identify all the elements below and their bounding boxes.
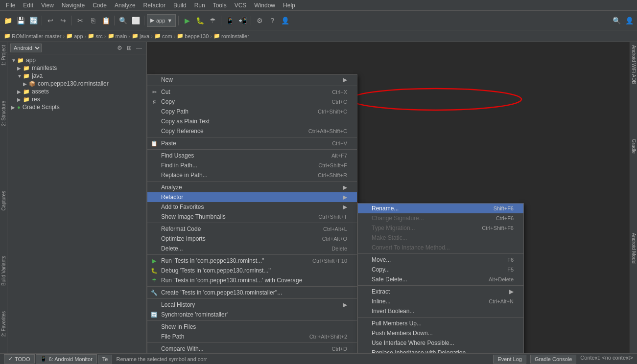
- toolbar-debug-btn[interactable]: 🐛: [194, 15, 206, 26]
- android-wifi-adb-tab[interactable]: Android WiFi ADB: [630, 42, 637, 87]
- toolbar-find-btn[interactable]: 🔍: [117, 15, 129, 26]
- statusbar-todo-tab[interactable]: ✓ TODO: [4, 354, 35, 364]
- panel-collapse-btn[interactable]: —: [135, 44, 143, 52]
- toolbar-replace-btn[interactable]: ⬜: [130, 15, 142, 26]
- menu-synchronize[interactable]: 🔄 Synchronize 'rominstaller': [147, 310, 357, 319]
- menu-image-thumbnails[interactable]: Show Image Thumbnails Ctrl+Shift+T: [147, 212, 357, 222]
- menu-run-tests[interactable]: ▶ Run 'Tests in 'com.peppe130.rominst...…: [147, 256, 357, 266]
- tree-item-app[interactable]: ▼ 📁 app: [7, 56, 146, 64]
- toolbar-user-btn[interactable]: 👤: [623, 15, 635, 26]
- toolbar-device-btn[interactable]: 👤: [279, 15, 291, 26]
- sidebar-captures-tab[interactable]: Captures: [0, 188, 7, 214]
- tree-item-assets[interactable]: ▶ 📁 assets: [7, 88, 146, 95]
- menu-help[interactable]: Help: [279, 1, 299, 10]
- android-model-tab[interactable]: Android Model: [630, 230, 637, 267]
- refactor-inline[interactable]: Inline... Ctrl+Alt+N: [358, 296, 523, 306]
- menu-edit[interactable]: Edit: [19, 1, 37, 10]
- android-selector[interactable]: Android: [10, 44, 42, 52]
- sidebar-favorites-tab[interactable]: 2: Favorites: [0, 308, 7, 340]
- statusbar-event-log-tab[interactable]: Event Log: [493, 355, 526, 364]
- toolbar-undo-btn[interactable]: ↩: [45, 15, 56, 26]
- tree-item-manifests[interactable]: ▶ 📁 manifests: [7, 64, 146, 72]
- menu-file-path[interactable]: File Path Ctrl+Alt+Shift+2: [147, 332, 357, 341]
- refactor-move[interactable]: Move... F6: [358, 255, 523, 265]
- breadcrumb-src[interactable]: 📁 src: [88, 33, 103, 39]
- tree-item-res[interactable]: ▶ 📁 res: [7, 95, 146, 103]
- sidebar-build-variants-tab[interactable]: Build Variants: [0, 253, 7, 289]
- menu-file[interactable]: File: [2, 1, 19, 10]
- menu-replace-in-path[interactable]: Replace in Path... Ctrl+Shift+R: [147, 170, 357, 180]
- toolbar-settings-btn[interactable]: ⚙: [254, 15, 265, 26]
- panel-settings-btn[interactable]: ⚙: [115, 44, 124, 52]
- toolbar-save-btn[interactable]: 💾: [15, 15, 26, 26]
- sidebar-structure-tab[interactable]: 2: Structure: [0, 98, 7, 129]
- toolbar-search-everywhere-btn[interactable]: 🔍: [611, 15, 622, 26]
- menu-code[interactable]: Code: [89, 1, 111, 10]
- menu-run-coverage[interactable]: ☂ Run 'Tests in 'com.peppe130.rominst...…: [147, 275, 357, 285]
- menu-compare-with[interactable]: Compare With... Ctrl+D: [147, 344, 357, 353]
- menu-refactor[interactable]: Refactor ▶: [147, 192, 357, 202]
- statusbar-monitor-tab[interactable]: 📱 6: Android Monitor: [36, 354, 97, 364]
- toolbar-sync-btn[interactable]: 🔄: [27, 15, 39, 26]
- menu-refactor[interactable]: Refactor: [140, 1, 169, 10]
- menu-create-tests[interactable]: 🔧 Create 'Tests in 'com.peppe130.rominst…: [147, 288, 357, 297]
- breadcrumb-main[interactable]: 📁 main: [108, 33, 127, 39]
- menu-paste[interactable]: 📋 Paste Ctrl+V: [147, 138, 357, 148]
- app-selector[interactable]: ▶ app ▼: [147, 14, 176, 27]
- tree-item-gradle[interactable]: ▶ ● Gradle Scripts: [7, 103, 146, 111]
- tree-item-java[interactable]: ▼ 📁 java: [7, 72, 146, 80]
- menu-new[interactable]: New ▶: [147, 75, 357, 85]
- statusbar-gradle-console-tab[interactable]: Gradle Console: [530, 355, 576, 364]
- refactor-copy[interactable]: Copy... F5: [358, 265, 523, 274]
- breadcrumb-java[interactable]: 📁 java: [132, 33, 149, 39]
- menu-optimize-imports[interactable]: Optimize Imports Ctrl+Alt+O: [147, 234, 357, 244]
- breadcrumb-rominstaller[interactable]: 📁 rominstaller: [213, 33, 249, 39]
- refactor-pull-up[interactable]: Pull Members Up...: [358, 318, 523, 328]
- menu-copy[interactable]: ⎘ Copy Ctrl+C: [147, 97, 357, 107]
- toolbar-run-btn[interactable]: ▶: [181, 15, 193, 26]
- gradle-tab[interactable]: Gradle: [630, 136, 637, 157]
- toolbar-open-btn[interactable]: 📁: [2, 15, 14, 26]
- refactor-replace-inheritance[interactable]: Replace Inheritance with Delegation...: [358, 348, 523, 353]
- menu-analyze[interactable]: Analyze ▶: [147, 182, 357, 192]
- panel-expand-btn[interactable]: ⊞: [125, 44, 134, 52]
- menu-local-history[interactable]: Local History ▶: [147, 300, 357, 310]
- toolbar-paste-btn[interactable]: 📋: [100, 15, 112, 26]
- menu-cut[interactable]: ✂ Cut Ctrl+X: [147, 87, 357, 97]
- menu-navigate[interactable]: Navigate: [58, 1, 89, 10]
- menu-find-in-path[interactable]: Find in Path... Ctrl+Shift+F: [147, 160, 357, 170]
- toolbar-copy-btn[interactable]: ⎘: [87, 15, 99, 26]
- sidebar-project-tab[interactable]: 1: Project: [0, 42, 7, 68]
- menu-copy-reference[interactable]: Copy Reference Ctrl+Alt+Shift+C: [147, 126, 357, 136]
- menu-reformat[interactable]: Reformat Code Ctrl+Alt+L: [147, 224, 357, 234]
- refactor-rename[interactable]: Rename... Shift+F6: [358, 204, 523, 213]
- refactor-safe-delete[interactable]: Safe Delete... Alt+Delete: [358, 274, 523, 284]
- refactor-extract[interactable]: Extract ▶: [358, 287, 523, 296]
- menu-copy-plain[interactable]: Copy as Plain Text: [147, 116, 357, 126]
- statusbar-terminal-tab[interactable]: Te: [98, 355, 113, 364]
- breadcrumb-com[interactable]: 📁 com: [154, 33, 172, 39]
- tree-item-package[interactable]: ▶ 📦 com.peppe130.rominstaller: [7, 80, 146, 88]
- menu-vcs[interactable]: VCS: [231, 1, 251, 10]
- menu-run[interactable]: Run: [190, 1, 209, 10]
- breadcrumb-app[interactable]: 📁 app: [66, 33, 83, 39]
- toolbar-help-btn[interactable]: ?: [266, 15, 278, 26]
- menu-copy-path[interactable]: Copy Path Ctrl+Shift+C: [147, 107, 357, 116]
- toolbar-avd-btn[interactable]: 📲: [236, 15, 248, 26]
- refactor-invert-boolean[interactable]: Invert Boolean...: [358, 306, 523, 316]
- menu-show-in-files[interactable]: Show in Files: [147, 322, 357, 332]
- refactor-push-down[interactable]: Push Members Down...: [358, 328, 523, 338]
- toolbar-redo-btn[interactable]: ↪: [57, 15, 69, 26]
- menu-debug-tests[interactable]: 🐛 Debug 'Tests in 'com.peppe130.rominst.…: [147, 266, 357, 275]
- menu-tools[interactable]: Tools: [209, 1, 231, 10]
- breadcrumb-beppe130[interactable]: 📁 beppe130: [177, 33, 209, 39]
- menu-delete[interactable]: Delete... Delete: [147, 244, 357, 253]
- menu-view[interactable]: View: [37, 1, 58, 10]
- breadcrumb-project[interactable]: 📁 ROMInstaller-master: [4, 33, 61, 39]
- toolbar-cut-btn[interactable]: ✂: [74, 15, 86, 26]
- menu-find-usages[interactable]: Find Usages Alt+F7: [147, 151, 357, 160]
- menu-window[interactable]: Window: [250, 1, 279, 10]
- menu-add-favorites[interactable]: Add to Favorites ▶: [147, 202, 357, 212]
- toolbar-sdk-btn[interactable]: 📱: [224, 15, 236, 26]
- toolbar-coverage-btn[interactable]: ☂: [207, 15, 218, 26]
